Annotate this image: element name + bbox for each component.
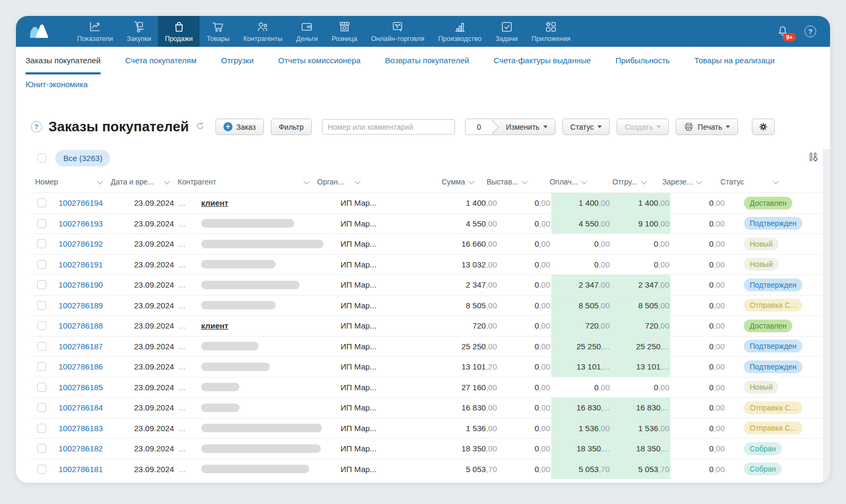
- sort-chevron-icon[interactable]: [468, 178, 474, 184]
- refresh-icon[interactable]: [195, 121, 205, 133]
- table-row[interactable]: 1002786188 23.09.2024... клиент ИП Мар..…: [31, 315, 823, 336]
- tab-3[interactable]: Отчеты комиссионера: [278, 56, 361, 74]
- sort-chevron-icon[interactable]: [641, 178, 646, 184]
- order-number-link[interactable]: 1002786194: [54, 198, 103, 207]
- tab-0[interactable]: Заказы покупателей: [26, 56, 101, 74]
- sort-chevron-icon[interactable]: [303, 178, 309, 184]
- table-row[interactable]: 1002786183 23.09.2024... ИП Мар... 1 536…: [31, 418, 823, 439]
- order-number-link[interactable]: 1002786183: [54, 424, 103, 433]
- sort-chevron-icon[interactable]: [97, 178, 103, 184]
- nav-item-storefront[interactable]: Розница: [325, 16, 364, 47]
- order-number-link[interactable]: 1002786187: [54, 342, 103, 351]
- order-number-link[interactable]: 1002786181: [54, 465, 103, 474]
- column-header-sum[interactable]: Сумма: [368, 178, 475, 186]
- row-checkbox[interactable]: [37, 260, 46, 269]
- app-logo-icon[interactable]: [23, 16, 54, 47]
- sort-chevron-icon[interactable]: [581, 178, 587, 184]
- order-number-link[interactable]: 1002786192: [54, 239, 103, 248]
- nav-item-chart-line[interactable]: Показатели: [70, 16, 120, 47]
- row-checkbox[interactable]: [37, 403, 46, 412]
- search-input[interactable]: [322, 119, 455, 135]
- select-all-badge[interactable]: Все (3263): [55, 150, 110, 166]
- table-row[interactable]: 1002786185 23.09.2024... ИП Мар... 27 16…: [31, 377, 823, 398]
- column-header-inv[interactable]: Выстав...: [475, 178, 528, 186]
- nav-item-apps-grid[interactable]: Приложения: [525, 16, 577, 47]
- counterparty-link[interactable]: клиент: [201, 321, 228, 330]
- row-checkbox[interactable]: [37, 465, 46, 474]
- row-checkbox[interactable]: [37, 219, 46, 228]
- order-number-link[interactable]: 1002786188: [54, 321, 103, 330]
- filter-button[interactable]: Фильтр: [271, 119, 312, 135]
- order-number-link[interactable]: 1002786185: [54, 383, 103, 392]
- table-row[interactable]: 1002786187 23.09.2024... ИП Мар... 25 25…: [31, 336, 823, 357]
- help-button[interactable]: ?: [804, 26, 816, 37]
- status-button[interactable]: Статус: [562, 119, 610, 135]
- row-checkbox[interactable]: [37, 424, 46, 433]
- nav-item-shopping-bag[interactable]: Продажи: [158, 16, 200, 47]
- sort-chevron-icon[interactable]: [773, 178, 778, 184]
- row-checkbox[interactable]: [37, 239, 46, 248]
- print-button[interactable]: Печать: [676, 119, 738, 135]
- column-header-org[interactable]: Орган...: [317, 178, 368, 186]
- order-number-link[interactable]: 1002786193: [54, 219, 103, 228]
- order-number-link[interactable]: 1002786190: [54, 280, 103, 289]
- row-checkbox[interactable]: [37, 342, 46, 351]
- table-row[interactable]: 1002786194 23.09.2024... клиент ИП Мар..…: [31, 192, 823, 213]
- table-row[interactable]: 1002786192 23.09.2024... ИП Мар... 16 66…: [31, 233, 823, 254]
- change-button[interactable]: Изменить: [493, 119, 555, 135]
- row-checkbox[interactable]: [37, 301, 46, 310]
- tab-row2-0[interactable]: Юнит-экономика: [26, 80, 88, 91]
- page-help-icon[interactable]: ?: [31, 121, 42, 132]
- select-all-checkbox[interactable]: [37, 154, 46, 163]
- row-checkbox[interactable]: [37, 444, 46, 453]
- table-row[interactable]: 1002786189 23.09.2024... ИП Мар... 8 505…: [31, 295, 823, 316]
- tab-5[interactable]: Счета-фактуры выданные: [494, 56, 591, 74]
- column-header-status[interactable]: Статус: [702, 178, 786, 186]
- column-header-paid[interactable]: Оплач...: [528, 178, 587, 186]
- row-checkbox[interactable]: [37, 321, 46, 330]
- sort-chevron-icon[interactable]: [521, 178, 527, 184]
- nav-item-people[interactable]: Контрагенты: [236, 16, 289, 47]
- column-header-ship[interactable]: Отгру...: [587, 178, 647, 186]
- notifications-button[interactable]: 9+: [776, 23, 790, 39]
- vertical-scrollbar[interactable]: [823, 149, 830, 483]
- sort-chevron-icon[interactable]: [354, 178, 360, 184]
- table-row[interactable]: 1002786193 23.09.2024... ИП Мар... 4 550…: [31, 213, 823, 234]
- tab-1[interactable]: Счета покупателям: [125, 56, 196, 74]
- nav-item-cart[interactable]: Товары: [200, 16, 236, 47]
- counterparty-link[interactable]: клиент: [201, 198, 228, 207]
- table-row[interactable]: 1002786186 23.09.2024... ИП Мар... 13 10…: [31, 356, 823, 377]
- tab-2[interactable]: Отгрузки: [221, 56, 254, 74]
- order-number-link[interactable]: 1002786189: [54, 301, 103, 310]
- table-row[interactable]: 1002786190 23.09.2024... ИП Мар... 2 347…: [31, 274, 823, 295]
- row-checkbox[interactable]: [37, 198, 46, 207]
- nav-item-bar-chart[interactable]: Производство: [432, 16, 489, 47]
- column-header-num[interactable]: Номер: [31, 178, 111, 186]
- nav-item-task-check[interactable]: Задачи: [488, 16, 525, 47]
- column-header-res[interactable]: Зарезе...: [647, 178, 702, 186]
- row-checkbox[interactable]: [37, 362, 46, 371]
- tab-4[interactable]: Возвраты покупателей: [385, 56, 469, 74]
- table-row[interactable]: 1002786191 23.09.2024... ИП Мар... 13 03…: [31, 254, 823, 275]
- order-number-link[interactable]: 1002786182: [54, 444, 103, 453]
- table-row[interactable]: 1002786181 23.09.2024... ИП Мар... 5 053…: [31, 459, 823, 480]
- order-number-link[interactable]: 1002786184: [54, 403, 103, 412]
- column-settings-icon[interactable]: [808, 151, 819, 165]
- row-checkbox[interactable]: [37, 280, 46, 289]
- nav-item-online-store[interactable]: Онлайн-торговля: [364, 16, 431, 47]
- sort-chevron-icon[interactable]: [696, 178, 702, 184]
- nav-item-wallet[interactable]: Деньги: [289, 16, 325, 47]
- column-header-contra[interactable]: Контрагент: [178, 178, 317, 186]
- tab-7[interactable]: Товары на реализаци: [694, 56, 775, 74]
- row-checkbox[interactable]: [37, 383, 46, 392]
- column-header-date[interactable]: Дата и вре...: [111, 178, 178, 186]
- create-order-button[interactable]: Заказ: [215, 119, 264, 135]
- nav-item-hand-truck[interactable]: Закупки: [120, 16, 158, 47]
- tab-6[interactable]: Прибыльность: [616, 56, 670, 74]
- table-row[interactable]: 1002786184 23.09.2024... ИП Мар... 16 83…: [31, 397, 823, 418]
- table-row[interactable]: 1002786182 23.09.2024... ИП Мар... 18 35…: [31, 438, 823, 459]
- sort-chevron-icon[interactable]: [164, 178, 170, 184]
- order-number-link[interactable]: 1002786186: [54, 362, 103, 371]
- table-settings-button[interactable]: [752, 119, 775, 135]
- order-number-link[interactable]: 1002786191: [54, 260, 103, 269]
